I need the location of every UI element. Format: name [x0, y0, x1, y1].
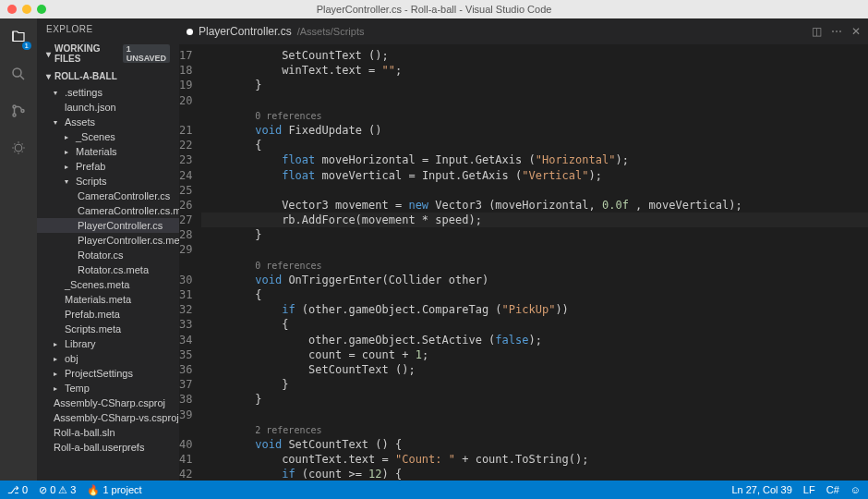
git-status[interactable]: ⎇ 0 [7, 484, 28, 496]
code-line[interactable]: other.gameObject.SetActive (false); [201, 333, 868, 347]
tree-item-label: _Scenes.meta [65, 279, 129, 290]
tree-file[interactable]: Assembly-CSharp.csproj [37, 396, 179, 410]
main-area: 1 EXPLORE ▾ WORKING FILES 1 UNSAVED ▾ RO… [0, 18, 868, 481]
tab-path: /Assets/Scripts [297, 26, 365, 37]
line-number: 34 [179, 333, 192, 347]
code-line[interactable]: winText.text = ""; [201, 63, 868, 78]
code-line[interactable]: float moveVertical = Input.GetAxis ("Ver… [201, 168, 868, 183]
editor-tab[interactable]: PlayerController.cs /Assets/Scripts [187, 25, 364, 38]
tree-folder[interactable]: ▸Temp [37, 381, 179, 396]
code-line[interactable]: } [201, 392, 868, 407]
code-line[interactable]: rb.AddForce(movement * speed); [201, 213, 868, 227]
code-line[interactable]: countText.text = "Count: " + count.ToStr… [201, 452, 868, 467]
tree-file[interactable]: Materials.meta [37, 292, 179, 307]
tree-file[interactable]: Roll-a-ball.sln [37, 425, 179, 440]
code-line[interactable]: void SetCountText () { [201, 437, 868, 452]
tree-item-label: Materials.meta [65, 294, 131, 305]
tree-item-label: CameraController.cs [78, 190, 170, 201]
code-line[interactable]: if (count >= 12) { [201, 467, 868, 481]
close-window-button[interactable] [7, 5, 17, 14]
line-number [179, 258, 192, 273]
code-line[interactable]: SetCountText (); [201, 362, 868, 377]
code-line[interactable]: float moveHorizontal = Input.GetAxis ("H… [201, 152, 868, 167]
line-number: 26 [179, 198, 192, 213]
code-line[interactable]: 2 references [201, 422, 868, 437]
code-line[interactable]: { [201, 138, 868, 152]
code-line[interactable]: void OnTriggerEnter(Collider other) [201, 273, 868, 287]
split-editor-icon[interactable]: ◫ [812, 25, 822, 38]
tree-folder[interactable]: ▾.settings [37, 85, 179, 100]
code-line[interactable]: 0 references [201, 258, 868, 273]
line-number: 23 [179, 152, 192, 167]
code-editor[interactable]: 1718192021222324252627282930313233343536… [179, 44, 868, 481]
tree-item-label: Prefab [76, 161, 105, 172]
dirty-indicator-icon [187, 29, 193, 35]
code-line[interactable]: } [201, 78, 868, 92]
feedback-icon[interactable]: ☺ [850, 484, 861, 495]
project-status[interactable]: 🔥 1 project [87, 484, 141, 496]
git-icon[interactable] [7, 100, 30, 122]
line-number: 39 [179, 408, 192, 422]
code-line[interactable] [201, 93, 868, 108]
language-mode[interactable]: C# [826, 484, 839, 495]
working-files-header[interactable]: ▾ WORKING FILES 1 UNSAVED [37, 40, 179, 67]
maximize-window-button[interactable] [37, 5, 46, 14]
tree-file[interactable]: Rotator.cs [37, 248, 179, 262]
errors-status[interactable]: ⊘ 0 ⚠ 3 [39, 484, 76, 496]
chevron-down-icon: ▾ [46, 71, 51, 81]
chevron-icon: ▾ [54, 89, 61, 97]
debug-icon[interactable] [7, 137, 30, 159]
tree-file[interactable]: Prefab.meta [37, 307, 179, 322]
code-line[interactable] [201, 183, 868, 198]
project-header[interactable]: ▾ ROLL-A-BALL [37, 67, 179, 85]
code-lines[interactable]: SetCountText (); winText.text = ""; } 0 … [201, 44, 868, 481]
close-tab-icon[interactable]: ✕ [851, 25, 861, 38]
tree-file[interactable]: _Scenes.meta [37, 277, 179, 292]
tree-folder[interactable]: ▸ProjectSettings [37, 366, 179, 381]
explorer-icon[interactable]: 1 [7, 26, 30, 48]
tree-item-label: .settings [65, 87, 102, 98]
code-line[interactable]: count = count + 1; [201, 347, 868, 362]
code-line[interactable]: { [201, 317, 868, 332]
search-icon[interactable] [7, 63, 30, 85]
tree-folder[interactable]: ▾Scripts [37, 174, 179, 189]
line-number: 20 [179, 93, 192, 108]
tree-file[interactable]: PlayerController.cs [37, 218, 179, 233]
tree-folder[interactable]: ▸Prefab [37, 159, 179, 174]
chevron-icon: ▸ [65, 163, 72, 171]
tree-file[interactable]: Assembly-CSharp-vs.csproj [37, 410, 179, 425]
tree-file[interactable]: Rotator.cs.meta [37, 262, 179, 277]
explorer-badge: 1 [22, 42, 31, 50]
tree-file[interactable]: CameraController.cs.meta [37, 203, 179, 218]
tree-item-label: obj [65, 353, 78, 364]
code-line[interactable] [201, 408, 868, 422]
code-line[interactable]: } [201, 227, 868, 242]
code-line[interactable]: } [201, 377, 868, 392]
line-number: 19 [179, 78, 192, 92]
code-line[interactable]: if (other.gameObject.CompareTag ("PickUp… [201, 302, 868, 317]
tree-file[interactable]: Roll-a-ball.userprefs [37, 440, 179, 455]
tree-file[interactable]: Scripts.meta [37, 322, 179, 336]
more-actions-icon[interactable]: ⋯ [831, 25, 842, 38]
minimize-window-button[interactable] [22, 5, 31, 14]
code-line[interactable]: 0 references [201, 108, 868, 123]
tree-file[interactable]: CameraController.cs [37, 189, 179, 203]
tree-folder[interactable]: ▾Assets [37, 115, 179, 129]
chevron-icon: ▸ [65, 148, 72, 156]
code-line[interactable]: SetCountText (); [201, 48, 868, 63]
tree-item-label: PlayerController.cs.meta [78, 235, 179, 246]
tree-folder[interactable]: ▸Materials [37, 144, 179, 159]
traffic-lights [7, 5, 46, 14]
tree-folder[interactable]: ▸Library [37, 336, 179, 351]
code-line[interactable]: void FixedUpdate () [201, 123, 868, 138]
line-number: 36 [179, 362, 192, 377]
tree-file[interactable]: PlayerController.cs.meta [37, 233, 179, 248]
code-line[interactable] [201, 242, 868, 257]
cursor-position[interactable]: Ln 27, Col 39 [731, 484, 791, 495]
tree-folder[interactable]: ▸obj [37, 351, 179, 366]
code-line[interactable]: { [201, 287, 868, 302]
eol-indicator[interactable]: LF [803, 484, 815, 495]
code-line[interactable]: Vector3 movement = new Vector3 (moveHori… [201, 198, 868, 213]
tree-file[interactable]: launch.json [37, 100, 179, 115]
tree-folder[interactable]: ▸_Scenes [37, 129, 179, 144]
